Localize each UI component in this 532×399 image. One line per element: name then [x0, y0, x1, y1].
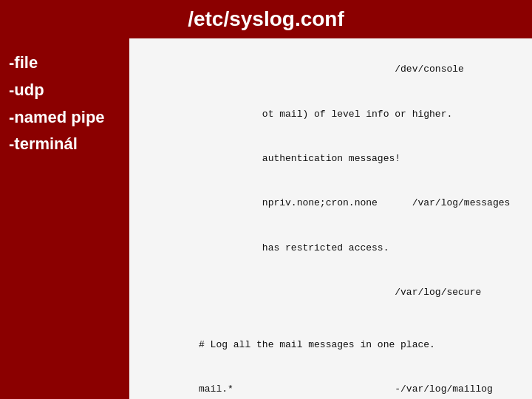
line-info3: npriv.none;cron.none /var/log/messages: [199, 197, 510, 208]
line-info2: authentication messages!: [199, 153, 400, 164]
line-restricted: has restricted access.: [199, 242, 389, 253]
sidebar-item-udp: -udp: [9, 79, 120, 102]
line-console: /dev/console: [199, 64, 464, 75]
sidebar: -file -udp -named pipe -terminál: [0, 38, 129, 399]
section-console: /dev/console ot mail) of level info or h…: [141, 47, 517, 316]
content-area: -file -udp -named pipe -terminál /dev/co…: [0, 38, 532, 399]
sidebar-item-named-pipe: -named pipe: [9, 106, 120, 129]
mail-comment: # Log all the mail messages in one place…: [199, 339, 435, 350]
sidebar-item-file: -file: [9, 52, 120, 75]
slide: /etc/syslog.conf -file -udp -named pipe …: [0, 0, 532, 399]
main-content: /dev/console ot mail) of level info or h…: [129, 38, 532, 399]
slide-title: /etc/syslog.conf: [0, 0, 532, 38]
line-info1: ot mail) of level info or higher.: [199, 109, 452, 120]
line-secure: /var/log/secure: [199, 287, 481, 298]
sidebar-item-terminal: -terminál: [9, 133, 120, 156]
mail-dest: mail.* -/var/log/maillog: [199, 383, 493, 395]
section-mail: # Log all the mail messages in one place…: [141, 323, 517, 399]
